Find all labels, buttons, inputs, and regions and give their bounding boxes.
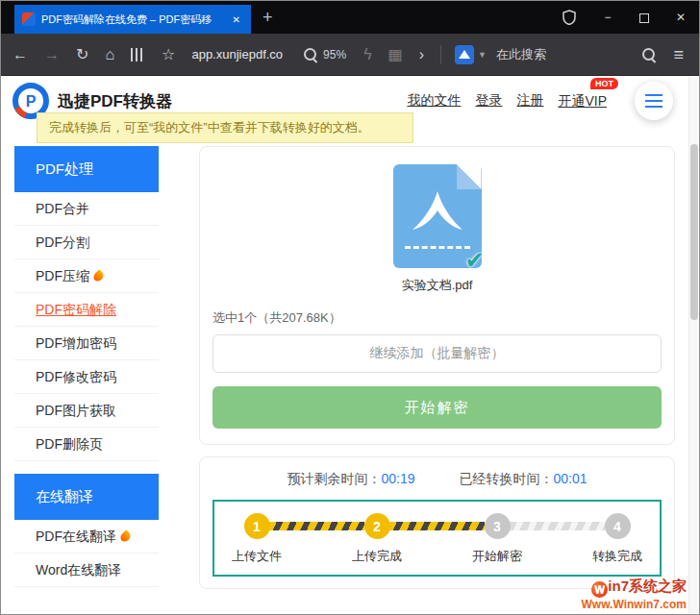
sidebar-item-word-translate[interactable]: Word在线翻译: [14, 554, 159, 587]
dashed-line: [405, 246, 470, 249]
zoom-magnifier-icon: [304, 48, 317, 62]
menu-icon[interactable]: ≡: [673, 46, 684, 63]
titlebar: PDF密码解除在线免费 – PDF密码移 ✕ + − ✕: [1, 1, 699, 34]
library-icon[interactable]: [131, 48, 145, 62]
nav-register[interactable]: 注册: [516, 92, 543, 110]
sidebar-section-online-translate: 在线翻译: [14, 474, 159, 520]
brand-title[interactable]: 迅捷PDF转换器: [58, 90, 172, 112]
svg-text:P: P: [26, 93, 37, 110]
sidebar-item-pdf-change-password[interactable]: PDF修改密码: [14, 360, 159, 394]
sidebar-item-pdf-delete-page[interactable]: PDF删除页: [14, 428, 159, 461]
step-circle: 4: [605, 513, 631, 539]
progress-bar-done: [389, 522, 485, 530]
remaining-time-label: 预计剩余时间：: [287, 471, 381, 486]
zoom-level: 95%: [323, 48, 346, 62]
titlebar-spacer: [285, 1, 562, 34]
grid-icon[interactable]: ▦: [388, 47, 403, 62]
step-upload-complete: 2 上传完成: [352, 513, 402, 565]
chevron-right-icon[interactable]: ›: [419, 47, 424, 62]
nav-open-vip[interactable]: 开通VIP: [558, 93, 607, 109]
search-engine-icon[interactable]: [455, 45, 474, 64]
main-content: ✔ 实验文档.pdf 选中1个（共207.68K） 继续添加（批量解密） 开始解…: [199, 146, 675, 589]
new-tab-button[interactable]: +: [251, 1, 285, 34]
browser-toolbar: ← → ↻ ⌂ ☆ app.xunjiepdf.co 95% ϟ ▦ › ▼ 在…: [1, 34, 699, 76]
progress-bar-done: [269, 522, 364, 530]
home-icon[interactable]: ⌂: [105, 47, 114, 62]
watermark-site-url: Www.Winwin7.com: [582, 598, 687, 612]
sidebar-item-pdf-translate[interactable]: PDF在线翻译: [14, 520, 159, 554]
hot-badge: HOT: [590, 78, 618, 89]
close-button[interactable]: ✕: [662, 1, 699, 34]
sidebar-item-pdf-merge[interactable]: PDF合并: [14, 192, 159, 226]
time-row: 预计剩余时间：00:19 已经转换时间：00:01: [212, 471, 662, 488]
watermark: Win7系统之家 Www.Winwin7.com: [582, 578, 687, 612]
step-upload-file: 1 上传文件: [232, 513, 282, 565]
elapsed-time-value: 00:01: [554, 471, 588, 486]
nav-my-files[interactable]: 我的文件: [407, 92, 461, 110]
sidebar: PDF处理 PDF合并 PDF分割 PDF压缩 PDF密码解除 PDF增加密码 …: [14, 146, 159, 587]
sidebar-section-pdf-tools: PDF处理: [14, 146, 159, 192]
step-label: 上传完成: [352, 548, 402, 565]
flame-icon: [91, 269, 105, 283]
toolbar-divider: [440, 45, 441, 64]
forward-icon[interactable]: →: [44, 47, 60, 62]
pdf-file-icon[interactable]: ✔: [393, 164, 482, 268]
sidebar-item-pdf-password-remove[interactable]: PDF密码解除: [14, 293, 159, 327]
sidebar-item-pdf-add-password[interactable]: PDF增加密码: [14, 327, 159, 360]
check-icon: ✔: [464, 247, 484, 274]
tab-favicon: [22, 12, 36, 26]
tab-title: PDF密码解除在线免费 – PDF密码移: [41, 12, 224, 27]
step-label: 上传文件: [232, 548, 282, 565]
browser-window: PDF密码解除在线免费 – PDF密码移 ✕ + − ✕ ← → ↻ ⌂ ☆ a…: [0, 0, 700, 615]
selection-info: 选中1个（共207.68K）: [212, 309, 662, 327]
maximize-icon: [639, 13, 649, 23]
sidebar-item-pdf-split[interactable]: PDF分割: [14, 226, 159, 259]
flame-icon: [118, 529, 132, 543]
nav-login[interactable]: 登录: [475, 92, 502, 110]
remaining-time-value: 00:19: [381, 471, 414, 486]
back-icon[interactable]: ←: [12, 47, 28, 62]
info-tooltip: 完成转换后，可至“我的文件”中查看并下载转换好的文档。: [37, 112, 413, 143]
sidebar-item-pdf-compress[interactable]: PDF压缩: [14, 259, 159, 293]
start-decrypt-button[interactable]: 开始解密: [212, 386, 662, 429]
tab-close-icon[interactable]: ✕: [230, 12, 243, 27]
sidebar-item-pdf-image-extract[interactable]: PDF图片获取: [14, 394, 159, 428]
acrobat-glyph-icon: [409, 187, 466, 234]
url-display[interactable]: app.xunjiepdf.co: [191, 47, 283, 62]
search-here-label[interactable]: 在此搜索: [496, 46, 546, 63]
lightning-icon[interactable]: ϟ: [363, 47, 371, 62]
search-icon[interactable]: [642, 48, 656, 62]
engine-caret-icon[interactable]: ▼: [478, 50, 487, 60]
window-controls: − ✕: [562, 1, 699, 34]
remaining-time: 预计剩余时间：00:19: [287, 471, 414, 488]
step-label: 开始解密: [472, 548, 522, 565]
scrollbar-thumb[interactable]: [690, 144, 698, 320]
elapsed-time: 已经转换时间：00:01: [460, 471, 588, 488]
add-more-button[interactable]: 继续添加（批量解密）: [212, 334, 662, 373]
page-scrollbar[interactable]: [688, 77, 698, 613]
file-name: 实验文档.pdf: [212, 277, 662, 294]
minimize-button[interactable]: −: [589, 1, 626, 34]
web-page: P 迅捷PDF转换器 我的文件 登录 注册 开通VIP HOT 完成转换后，可至…: [2, 77, 698, 613]
browser-tab[interactable]: PDF密码解除在线免费 – PDF密码移 ✕: [14, 5, 251, 34]
bookmark-star-icon[interactable]: ☆: [162, 47, 175, 62]
header-menu-button[interactable]: [635, 82, 673, 120]
progress-card: 预计剩余时间：00:19 已经转换时间：00:01 1 上传文件: [199, 456, 675, 589]
step-circle: 3: [485, 513, 511, 539]
shield-icon[interactable]: [562, 10, 576, 25]
elapsed-time-label: 已经转换时间：: [460, 471, 554, 486]
step-circle: 2: [364, 513, 390, 539]
steps-row: 1 上传文件 2 上传完成 3 开始解密: [232, 513, 642, 565]
maximize-button[interactable]: [626, 1, 662, 34]
progress-bar-pending: [510, 522, 605, 530]
step-circle: 1: [244, 513, 270, 539]
zoom-control[interactable]: 95%: [304, 48, 346, 62]
watermark-site-name: Win7系统之家: [582, 578, 687, 598]
step-label: 转换完成: [592, 548, 642, 565]
upload-card: ✔ 实验文档.pdf 选中1个（共207.68K） 继续添加（批量解密） 开始解…: [199, 146, 675, 445]
winwin7-logo: W: [591, 581, 608, 598]
reload-icon[interactable]: ↻: [76, 47, 88, 62]
progress-steps-box: 1 上传文件 2 上传完成 3 开始解密: [212, 500, 662, 577]
step-convert-complete: 4 转换完成: [592, 513, 642, 565]
header-nav: 我的文件 登录 注册 开通VIP HOT: [407, 82, 673, 120]
